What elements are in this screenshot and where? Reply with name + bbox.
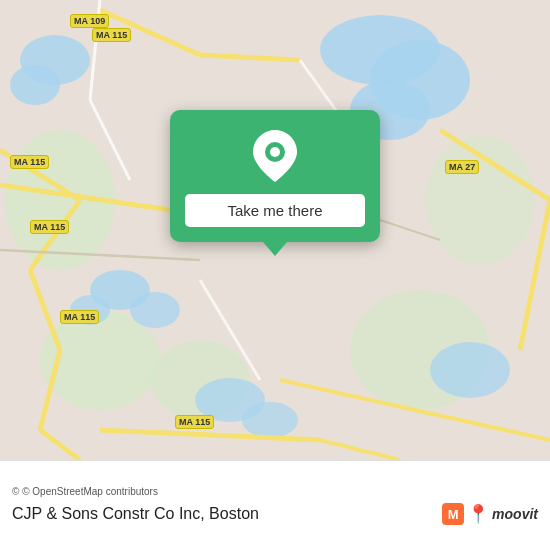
place-name: CJP & Sons Constr Co Inc, Boston xyxy=(12,505,259,523)
road-label-ma115-bottom: MA 115 xyxy=(175,415,214,429)
road-label-ma109: MA 109 xyxy=(70,14,109,28)
bottom-bar: © © OpenStreetMap contributors CJP & Son… xyxy=(0,460,550,550)
moovit-pin-icon: 📍 xyxy=(467,503,489,525)
moovit-m-icon: M xyxy=(442,503,464,525)
svg-point-10 xyxy=(10,65,60,105)
road-label-ma115-lower: MA 115 xyxy=(60,310,99,324)
svg-point-38 xyxy=(270,147,280,157)
location-popup: Take me there xyxy=(170,110,380,242)
map-attribution: © © OpenStreetMap contributors xyxy=(12,486,538,497)
take-me-there-button[interactable]: Take me there xyxy=(185,194,365,227)
map-view[interactable]: MA 109 MA 115 MA 115 MA 115 MA 115 MA 11… xyxy=(0,0,550,460)
svg-point-15 xyxy=(242,402,298,438)
moovit-logo: M 📍 moovit xyxy=(442,503,538,525)
road-label-ma115-mid: MA 115 xyxy=(30,220,69,234)
road-label-ma115-top: MA 115 xyxy=(92,28,131,42)
svg-point-12 xyxy=(130,292,180,328)
road-label-ma115-left: MA 115 xyxy=(10,155,49,169)
road-label-ma27: MA 27 xyxy=(445,160,479,174)
moovit-text: moovit xyxy=(492,506,538,522)
svg-point-16 xyxy=(430,342,510,398)
place-name-row: CJP & Sons Constr Co Inc, Boston M 📍 moo… xyxy=(12,503,538,525)
map-pin-icon xyxy=(253,130,297,182)
